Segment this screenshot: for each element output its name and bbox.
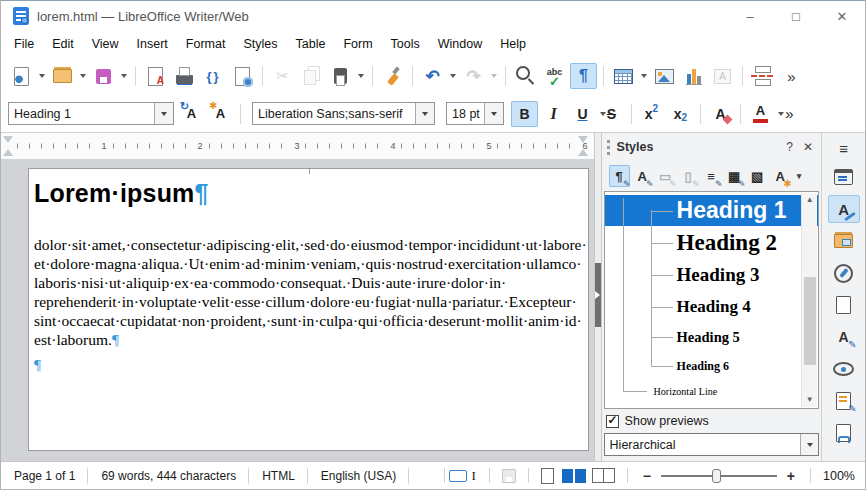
font-color-button[interactable]: A [747, 101, 774, 127]
sidebar-tab-properties[interactable] [828, 163, 860, 191]
sidebar-tab-navigator[interactable] [828, 259, 860, 287]
save-button[interactable] [90, 63, 117, 89]
zoom-slider[interactable] [661, 475, 777, 477]
print-button[interactable] [171, 63, 198, 89]
save-status-icon[interactable] [498, 462, 520, 489]
frame-styles-button[interactable]: ▭✎ [655, 165, 676, 187]
maximize-button[interactable]: □ [773, 1, 819, 31]
find-replace-button[interactable] [512, 63, 539, 89]
page-styles-button[interactable]: ▯✎ [678, 165, 699, 187]
insert-table-button[interactable] [610, 63, 637, 89]
menu-format[interactable]: Format [177, 34, 235, 54]
fill-format-mode-button[interactable]: ▧ [747, 165, 768, 187]
table-styles-button[interactable]: ▦✎ [724, 165, 745, 187]
indent-marker-icon[interactable] [578, 136, 588, 143]
sidebar-settings-button[interactable]: ≡ [829, 135, 859, 161]
indent-marker-icon[interactable] [3, 136, 13, 143]
menu-tools[interactable]: Tools [382, 34, 429, 54]
paragraph-style-select[interactable]: Heading 1 [8, 102, 174, 125]
sidebar-tab-manage-changes[interactable] [828, 387, 860, 415]
sidebar-tab-design[interactable] [828, 419, 860, 447]
cut-button[interactable]: ✂ [269, 63, 296, 89]
superscript-button[interactable]: x2 [638, 101, 665, 127]
style-item-heading-2[interactable]: Heading 2 [605, 226, 819, 259]
chevron-down-icon[interactable] [800, 434, 818, 455]
sidebar-splitter[interactable] [594, 133, 602, 461]
sidebar-tab-page[interactable] [828, 291, 860, 319]
list-styles-button[interactable]: ≡✎ [701, 165, 722, 187]
strikethrough-button[interactable]: S [598, 101, 625, 127]
scroll-down-icon[interactable]: ▼ [806, 393, 814, 407]
menu-table[interactable]: Table [286, 34, 334, 54]
hide-sidebar-arrow-icon[interactable] [595, 263, 601, 327]
insert-chart-button[interactable] [680, 63, 707, 89]
indent-marker-icon[interactable] [3, 149, 13, 156]
chevron-down-icon[interactable] [154, 103, 173, 124]
menu-edit[interactable]: Edit [43, 34, 83, 54]
style-filter-select[interactable]: Hierarchical [604, 433, 820, 456]
character-styles-button[interactable]: A✎ [632, 165, 653, 187]
style-item-horizontal-line[interactable]: Horizontal Line [605, 380, 819, 402]
show-previews-checkbox[interactable] [606, 415, 619, 428]
zoom-in-button[interactable]: + [782, 468, 800, 484]
menu-insert[interactable]: Insert [128, 34, 177, 54]
html-source-button[interactable]: {} [200, 63, 227, 89]
close-button[interactable]: ✕ [819, 1, 865, 31]
font-size-select[interactable]: 18 pt [446, 102, 504, 125]
horizontal-ruler[interactable]: 123456 [1, 133, 594, 159]
menu-styles[interactable]: Styles [234, 34, 286, 54]
new-document-button[interactable] [8, 63, 35, 89]
clone-formatting-button[interactable] [379, 63, 406, 89]
export-pdf-button[interactable] [142, 63, 169, 89]
style-item-heading-3[interactable]: Heading 3 [605, 259, 819, 291]
status-language[interactable]: English (USA) [308, 469, 409, 483]
scroll-up-icon[interactable]: ▲ [806, 193, 814, 207]
indent-marker-icon[interactable] [578, 149, 588, 156]
sidebar-tab-gallery[interactable] [828, 227, 860, 255]
help-button[interactable]: ? [779, 140, 800, 154]
book-view-button[interactable] [589, 462, 619, 489]
open-button[interactable] [49, 63, 76, 89]
style-item-heading-6[interactable]: Heading 6 [605, 352, 819, 380]
spelling-button[interactable]: abc [541, 63, 568, 89]
style-item-heading-5[interactable]: Heading 5 [605, 322, 819, 352]
paste-button[interactable] [327, 63, 354, 89]
redo-button[interactable]: ↷ [460, 63, 487, 89]
chevron-down-icon[interactable] [415, 103, 434, 124]
zoom-out-button[interactable]: − [638, 468, 656, 484]
empty-paragraph[interactable]: ¶ [34, 356, 583, 374]
toolbar-overflow-button[interactable]: » [778, 63, 805, 89]
status-word-count[interactable]: 69 words, 444 characters [88, 469, 249, 483]
menu-window[interactable]: Window [429, 34, 491, 54]
clear-formatting-button[interactable]: A [707, 101, 734, 127]
selection-mode-icon[interactable] [445, 462, 481, 489]
new-style-from-selection-button[interactable]: A✱ [770, 165, 791, 187]
new-style-dropdown[interactable]: ▾ [793, 165, 806, 187]
italic-button[interactable]: I [540, 101, 567, 127]
minimize-button[interactable]: – [727, 1, 773, 31]
scrollbar-thumb[interactable] [804, 277, 816, 365]
sidebar-tab-styles[interactable] [828, 195, 860, 223]
undo-button[interactable]: ↶ [419, 63, 446, 89]
zoom-level[interactable]: 100% [819, 469, 865, 483]
subscript-button[interactable]: x2 [667, 101, 694, 127]
document-page[interactable]: Lorem·​ipsum¶ dolor·​sit·​amet,·​consect… [28, 168, 589, 451]
insert-page-break-button[interactable] [749, 63, 776, 89]
status-page-count[interactable]: Page 1 of 1 [1, 469, 88, 483]
single-page-view-button[interactable] [537, 462, 559, 489]
menu-file[interactable]: File [5, 34, 43, 54]
paragraph-styles-button[interactable]: ¶✎ [609, 165, 630, 187]
insert-image-button[interactable] [651, 63, 678, 89]
zoom-slider-thumb[interactable] [712, 469, 721, 483]
document-heading[interactable]: Lorem·​ipsum¶ [34, 179, 583, 208]
styles-list-scrollbar[interactable]: ▲ ▼ [801, 193, 817, 407]
multi-page-view-button[interactable] [559, 462, 589, 489]
style-item-heading-4[interactable]: Heading 4 [605, 291, 819, 322]
preview-in-browser-button[interactable] [229, 63, 256, 89]
formatting-marks-button[interactable]: ¶ [570, 63, 597, 89]
new-style-button[interactable] [207, 101, 234, 127]
drag-grip-icon[interactable] [607, 140, 611, 155]
sidebar-tab-accessibility-check[interactable] [828, 355, 860, 383]
chevron-down-icon[interactable] [484, 103, 503, 124]
insert-textbox-button[interactable]: A [709, 63, 736, 89]
